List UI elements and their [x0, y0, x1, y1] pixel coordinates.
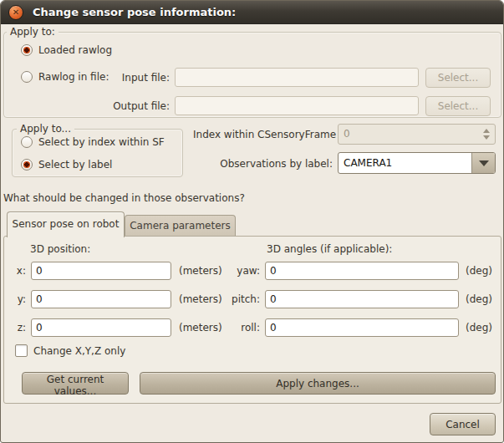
- apply-changes-button[interactable]: Apply changes...: [140, 372, 496, 395]
- y-field[interactable]: [31, 290, 171, 308]
- x-field[interactable]: [31, 262, 171, 280]
- input-file-label: Input file:: [99, 72, 170, 84]
- rawlog-in-file-label[interactable]: Rawlog in file:: [38, 71, 109, 84]
- yaw-field[interactable]: [265, 262, 459, 280]
- yaw-unit: (deg): [466, 265, 492, 278]
- selection-group-legend: Apply to...: [17, 123, 74, 135]
- z-unit: (meters): [179, 322, 222, 334]
- input-file-select-button: Select...: [425, 68, 491, 88]
- loaded-rawlog-label[interactable]: Loaded rawlog: [38, 44, 112, 57]
- observations-combobox[interactable]: CAMERA1: [338, 152, 496, 174]
- pitch-unit: (deg): [466, 293, 492, 306]
- tab-camera-parameters[interactable]: Camera parameters: [125, 215, 236, 236]
- index-within-sf-spinner: 0: [338, 124, 496, 145]
- yaw-label: yaw:: [218, 265, 260, 278]
- output-file-label: Output file:: [99, 100, 170, 113]
- select-by-label-radio[interactable]: [21, 159, 33, 171]
- combobox-value: CAMERA1: [344, 157, 392, 169]
- observations-by-label-label: Observations by label:: [193, 158, 333, 171]
- change-sensor-pose-dialog: ✕ Change sensor pose information: Apply …: [0, 0, 504, 443]
- y-label: y:: [9, 293, 26, 306]
- apply-to-group-legend: Apply to:: [7, 26, 59, 38]
- spinner-value: 0: [344, 128, 350, 140]
- pitch-field[interactable]: [265, 290, 459, 308]
- change-xyz-checkbox[interactable]: [15, 344, 28, 357]
- x-unit: (meters): [179, 265, 222, 278]
- z-label: z:: [9, 322, 26, 334]
- x-label: x:: [9, 265, 26, 278]
- select-by-index-radio[interactable]: [21, 136, 33, 148]
- get-current-values-button[interactable]: Get current values...: [22, 372, 129, 395]
- input-file-field: [175, 68, 419, 87]
- select-by-index-label[interactable]: Select by index within SF: [38, 136, 165, 149]
- roll-field[interactable]: [265, 318, 459, 337]
- output-file-field: [175, 96, 419, 115]
- question-label: What should be changed in those observat…: [3, 192, 245, 205]
- spin-down-icon: [483, 135, 490, 140]
- pitch-label: pitch:: [218, 293, 260, 306]
- close-icon: ✕: [13, 8, 19, 17]
- titlebar: ✕ Change sensor pose information:: [1, 1, 503, 24]
- roll-label: roll:: [218, 322, 260, 334]
- index-within-sf-label: Index within CSensoryFrame: [193, 129, 333, 141]
- select-by-label-label[interactable]: Select by label: [38, 159, 112, 171]
- loaded-rawlog-radio[interactable]: [21, 44, 33, 56]
- angles-title: 3D angles (if applicable):: [267, 243, 392, 256]
- window-title: Change sensor pose information:: [33, 1, 236, 24]
- tab-sensor-pose[interactable]: Sensor pose on robot: [7, 211, 125, 237]
- cancel-button[interactable]: Cancel: [430, 413, 496, 435]
- y-unit: (meters): [179, 293, 222, 306]
- rawlog-in-file-radio[interactable]: [21, 71, 33, 83]
- close-button[interactable]: ✕: [8, 5, 23, 20]
- combobox-dropdown-button[interactable]: [471, 153, 495, 173]
- z-field[interactable]: [31, 318, 171, 337]
- position-title: 3D position:: [30, 243, 90, 256]
- output-file-select-button: Select...: [425, 96, 491, 116]
- change-xyz-label[interactable]: Change X,Y,Z only: [33, 345, 125, 358]
- roll-unit: (deg): [466, 322, 492, 334]
- spin-up-icon: [483, 129, 490, 133]
- dropdown-arrow-icon: [479, 160, 489, 166]
